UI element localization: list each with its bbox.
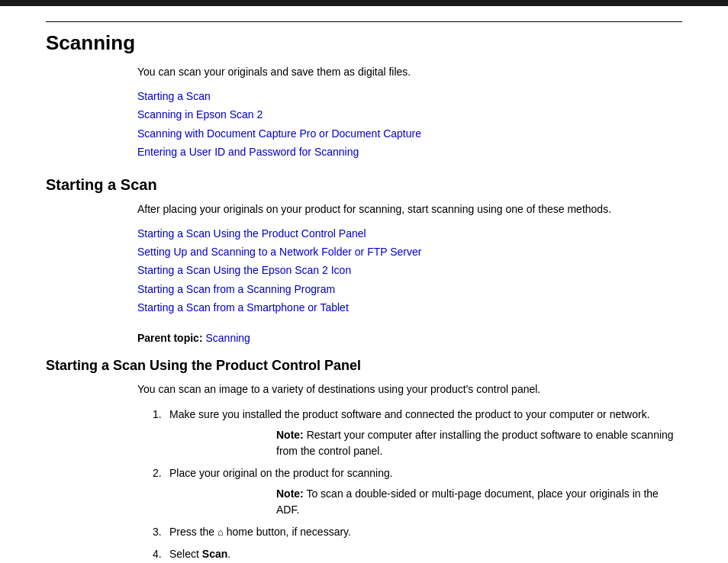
section2-intro: You can scan an image to a variety of de… xyxy=(137,381,682,397)
divider-line xyxy=(46,21,682,22)
section1-title: Starting a Scan xyxy=(46,176,682,194)
step-3-num: 3. xyxy=(153,524,169,540)
step-4-bold: Scan xyxy=(202,548,227,560)
step-4-post: . xyxy=(227,548,230,560)
section2-title: Starting a Scan Using the Product Contro… xyxy=(46,358,682,374)
step-1-row: 1. Make sure you installed the product s… xyxy=(153,407,682,423)
step-1-note-label: Note: xyxy=(276,429,304,441)
content-area: Scanning You can scan your originals and… xyxy=(0,6,728,563)
link-control-panel[interactable]: Starting a Scan Using the Product Contro… xyxy=(137,225,682,242)
step-3-row: 3. Press the ⌂ home button, if necessary… xyxy=(153,524,682,540)
parent-topic: Parent topic: Scanning xyxy=(137,332,682,344)
step-4-num: 4. xyxy=(153,546,169,562)
parent-topic-link[interactable]: Scanning xyxy=(205,332,250,344)
step-4-row: 4. Select Scan. xyxy=(153,546,682,562)
parent-topic-label: Parent topic: xyxy=(137,332,203,344)
step-3-text: Press the ⌂ home button, if necessary. xyxy=(169,524,682,540)
link-network-folder[interactable]: Setting Up and Scanning to a Network Fol… xyxy=(137,243,682,260)
step-1-num: 1. xyxy=(153,407,169,423)
link-starting-scan[interactable]: Starting a Scan xyxy=(137,88,682,105)
step-2-row: 2. Place your original on the product fo… xyxy=(153,465,682,481)
step-2-text: Place your original on the product for s… xyxy=(169,465,682,481)
step-3-wrapper: 3. Press the ⌂ home button, if necessary… xyxy=(153,524,682,540)
home-icon: ⌂ xyxy=(217,525,224,540)
link-smartphone[interactable]: Starting a Scan from a Smartphone or Tab… xyxy=(137,299,682,316)
step-2-note-text: To scan a double-sided or multi-page doc… xyxy=(276,487,659,516)
link-epson-scan[interactable]: Scanning in Epson Scan 2 xyxy=(137,106,682,123)
section1-intro: After placing your originals on your pro… xyxy=(137,201,682,217)
top-bar xyxy=(0,0,728,6)
step-1-text: Make sure you installed the product soft… xyxy=(169,407,682,423)
link-user-id[interactable]: Entering a User ID and Password for Scan… xyxy=(137,143,682,160)
link-epson-icon[interactable]: Starting a Scan Using the Epson Scan 2 I… xyxy=(137,262,682,278)
page-container: Scanning You can scan your originals and… xyxy=(0,0,728,563)
step-4-text: Select Scan. xyxy=(169,546,682,562)
page-title: Scanning xyxy=(46,31,682,55)
step-2-note-label: Note: xyxy=(276,487,304,500)
step-1-note-text: Restart your computer after installing t… xyxy=(276,429,674,457)
section1-links: Starting a Scan Using the Product Contro… xyxy=(137,225,682,317)
step-4-wrapper: 4. Select Scan. xyxy=(153,546,682,562)
step-1-note: Note: Restart your computer after instal… xyxy=(276,427,682,459)
step-2-note: Note: To scan a double-sided or multi-pa… xyxy=(276,486,682,518)
step-1-wrapper: 1. Make sure you installed the product s… xyxy=(153,407,682,459)
intro-text: You can scan your originals and save the… xyxy=(137,64,682,80)
link-document-capture[interactable]: Scanning with Document Capture Pro or Do… xyxy=(137,125,682,142)
link-scanning-program[interactable]: Starting a Scan from a Scanning Program xyxy=(137,281,682,298)
step-2-wrapper: 2. Place your original on the product fo… xyxy=(153,465,682,518)
step-2-num: 2. xyxy=(153,465,169,481)
top-links-section: Starting a Scan Scanning in Epson Scan 2… xyxy=(137,88,682,161)
